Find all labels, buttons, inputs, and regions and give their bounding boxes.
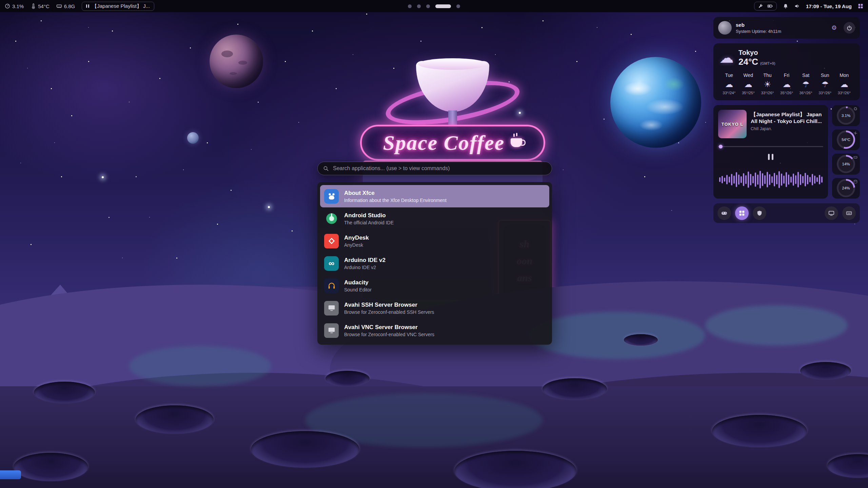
cpu-temp-indicator[interactable]: 54°C: [31, 3, 50, 9]
keyboard-button[interactable]: [842, 206, 856, 220]
memory-icon: [56, 3, 62, 9]
media-subtitle: Chill Japan.: [751, 126, 823, 131]
power-icon: [847, 25, 852, 30]
audio-waveform: [718, 165, 823, 194]
album-art-caption: TOKYO L: [722, 122, 744, 127]
app-description: Arduino IDE v2: [344, 265, 386, 270]
launcher-item-avahi-ssh[interactable]: Avahi SSH Server Browser Browse for Zero…: [320, 297, 549, 319]
system-uptime: System Uptime: 4h11m: [736, 29, 825, 34]
crater: [14, 453, 88, 481]
app-description: Browse for Zeroconf-enabled SSH Servers: [344, 309, 434, 315]
memory-gauge: 14%: [832, 154, 860, 175]
crater: [454, 451, 576, 488]
settings-button[interactable]: ⚙: [829, 22, 840, 33]
launcher-item-anydesk[interactable]: AnyDesk AnyDesk: [320, 230, 549, 252]
user-avatar: [718, 21, 732, 35]
gamepad-button[interactable]: [717, 206, 731, 220]
memory-indicator[interactable]: 6.8G: [56, 3, 75, 9]
power-button[interactable]: [844, 22, 855, 34]
avahi-ssh-icon: [324, 301, 339, 316]
crater: [251, 431, 359, 468]
notification-bell-icon[interactable]: [783, 3, 788, 9]
pause-button[interactable]: [766, 152, 775, 162]
gamepad-icon: [721, 210, 728, 217]
workspace-dot-2[interactable]: [417, 4, 421, 8]
ram-icon: [853, 155, 857, 159]
forecast-day: Mon ☁ 33°/26°: [834, 73, 854, 95]
temp-gauge-value: 54°C: [842, 138, 850, 142]
cpu-usage-value: 3.1%: [12, 3, 24, 9]
small-moon: [187, 132, 199, 144]
weather-temp: 24°C: [738, 57, 758, 67]
cpu-usage-indicator[interactable]: 3.1%: [5, 3, 24, 9]
bright-star: [268, 206, 270, 208]
volume-icon[interactable]: [794, 3, 800, 9]
wrench-icon[interactable]: [758, 3, 763, 9]
app-title: Avahi SSH Server Browser: [344, 302, 434, 308]
workspace-dot-3[interactable]: [426, 4, 430, 8]
apps-launcher-button[interactable]: [735, 206, 749, 220]
weather-timezone: (GMT+9): [760, 61, 775, 65]
bright-star: [102, 176, 104, 178]
disk-icon: [853, 180, 857, 184]
topbar-right: 17:09 - Tue, 19 Aug: [754, 2, 868, 11]
seek-slider[interactable]: [718, 144, 823, 148]
topbar-left: 3.1% 54°C 6.8G 【Japanese Playlist】 J...: [0, 2, 754, 11]
workspace-switcher: [408, 4, 460, 8]
workspace-dot-5[interactable]: [456, 4, 460, 8]
app-description: Browse for Zeroconf-enabled VNC Servers: [344, 332, 434, 337]
planet: [210, 35, 263, 88]
forecast-day: Sat ☂ 36°/26°: [796, 73, 815, 95]
battery-icon[interactable]: [767, 3, 773, 9]
earth-planet: [610, 57, 701, 148]
neon-sign-text: Space Coffee: [383, 131, 505, 155]
android-studio-icon: [324, 211, 339, 226]
launcher-item-audacity[interactable]: Audacity Sound Editor: [320, 274, 549, 297]
fan-icon: [853, 131, 857, 135]
launcher-item-android-studio[interactable]: Android Studio The official Android IDE: [320, 207, 549, 230]
seek-knob[interactable]: [719, 145, 723, 148]
arduino-icon: ∞: [324, 256, 339, 271]
cpu-temp-value: 54°C: [38, 3, 50, 9]
weather-day-icon: ☀: [764, 80, 771, 88]
crater: [624, 334, 658, 346]
display-button[interactable]: [825, 206, 838, 220]
weather-city: Tokyo: [738, 49, 775, 57]
keyboard-icon: [846, 210, 852, 216]
audacity-icon: [324, 279, 339, 293]
weather-day-icon: ☁: [725, 80, 733, 88]
crater: [326, 371, 370, 386]
workspace-dot-1[interactable]: [408, 4, 412, 8]
about-xfce-icon: [324, 189, 339, 204]
clock[interactable]: 17:09 - Tue, 19 Aug: [806, 3, 852, 9]
forecast-day: Thu ☀ 33°/26°: [758, 73, 777, 95]
weather-card: ☁ Tokyo 24°C (GMT+9) Tue ☁ 33°/24° Wed ☁…: [713, 43, 860, 100]
app-list: About Xfce Information about the Xfce De…: [317, 182, 552, 345]
app-description: The official Android IDE: [344, 220, 394, 225]
shield-button[interactable]: [753, 206, 766, 220]
weather-day-icon: ☂: [802, 80, 810, 88]
app-launcher: About Xfce Information about the Xfce De…: [317, 162, 552, 345]
widget-panel: seb System Uptime: 4h11m ⚙ ☁ Tokyo 24°C …: [713, 17, 860, 223]
temp-gauge: 54°C: [832, 129, 860, 150]
top-bar: 3.1% 54°C 6.8G 【Japanese Playlist】 J... …: [0, 0, 868, 12]
quick-actions: [713, 203, 860, 223]
system-tray: [754, 2, 777, 11]
display-icon: [828, 210, 834, 216]
memory-value: 6.8G: [64, 3, 75, 9]
search-icon: [323, 166, 329, 171]
now-playing-chip[interactable]: 【Japanese Playlist】 J...: [82, 2, 154, 11]
launcher-item-arduino-ide[interactable]: ∞ Arduino IDE v2 Arduino IDE v2: [320, 252, 549, 274]
forecast-day: Tue ☁ 33°/24°: [719, 73, 739, 95]
crater: [542, 378, 607, 400]
app-description: Information about the Xfce Desktop Envir…: [344, 198, 447, 203]
workspace-dot-4-active[interactable]: [435, 4, 451, 8]
search-input[interactable]: [332, 165, 546, 172]
launcher-search: [317, 162, 552, 175]
forecast-day: Fri ☁ 35°/26°: [777, 73, 796, 95]
launcher-item-about-xfce[interactable]: About Xfce Information about the Xfce De…: [320, 185, 549, 207]
album-art: TOKYO L: [718, 110, 747, 138]
launcher-item-avahi-vnc[interactable]: Avahi VNC Server Browser Browse for Zero…: [320, 319, 549, 342]
app-grid-icon[interactable]: [858, 3, 863, 9]
cpu-gauge-icon: [5, 3, 10, 9]
